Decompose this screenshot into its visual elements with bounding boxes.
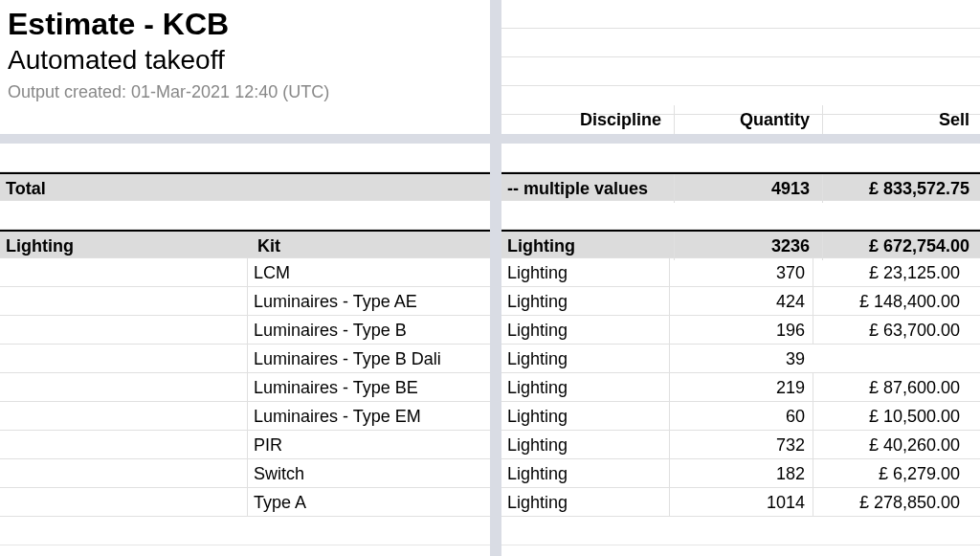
blank-row[interactable] [0, 545, 490, 556]
cell-discipline: Lighting [501, 316, 669, 345]
table-row[interactable]: Lighting1014£ 278,850.00 [501, 488, 980, 517]
cell-sell: £ 23,125.00 [813, 258, 968, 287]
blank-row[interactable] [501, 29, 980, 57]
cell-sell: £ 63,700.00 [813, 316, 968, 345]
cell-discipline: Lighting [501, 258, 669, 287]
cell-kit: LCM [247, 258, 484, 287]
table-row[interactable]: Lighting39 [501, 345, 980, 373]
cell-kit: Luminaires - Type BE [247, 373, 484, 402]
section-quantity: 3236 [674, 232, 817, 260]
cell-discipline: Lighting [501, 373, 669, 402]
cell-discipline: Lighting [501, 431, 669, 459]
section-col-b: Kit [252, 232, 489, 260]
blank-row[interactable] [501, 545, 980, 556]
report-title: Estimate - KCB [8, 6, 490, 42]
section-discipline: Lighting [501, 232, 669, 260]
col-discipline: Discipline [501, 105, 669, 134]
cell-quantity: 732 [669, 431, 813, 459]
total-label: Total [0, 174, 247, 203]
table-row[interactable]: Lighting196£ 63,700.00 [501, 316, 980, 345]
table-row[interactable]: Lighting219£ 87,600.00 [501, 373, 980, 402]
cell-quantity: 39 [669, 345, 813, 373]
report-header: Estimate - KCB Automated takeoff Output … [8, 0, 490, 102]
cell-sell: £ 148,400.00 [813, 287, 968, 316]
total-discipline: -- multiple values [501, 174, 669, 203]
blank-row[interactable] [0, 517, 490, 545]
cell-kit: PIR [247, 431, 484, 459]
report-meta: Output created: 01-Mar-2021 12:40 (UTC) [8, 82, 490, 102]
pane-divider-vertical [490, 0, 501, 556]
cell-discipline: Lighting [501, 345, 669, 373]
blank-row[interactable] [501, 57, 980, 86]
table-row[interactable]: Luminaires - Type AE [0, 287, 490, 316]
section-col-a: Lighting [0, 232, 247, 260]
report-subtitle: Automated takeoff [8, 44, 490, 77]
section-header-left[interactable]: Lighting Kit [0, 230, 490, 258]
spreadsheet: Estimate - KCB Automated takeoff Output … [0, 0, 980, 556]
cell-kit: Luminaires - Type B [247, 316, 484, 345]
table-row[interactable]: Type A [0, 488, 490, 517]
cell-quantity: 182 [669, 459, 813, 488]
cell-discipline: Lighting [501, 488, 669, 517]
cell-kit: Luminaires - Type AE [247, 287, 484, 316]
cell-discipline: Lighting [501, 402, 669, 431]
blank-row[interactable] [0, 201, 490, 230]
cell-quantity: 219 [669, 373, 813, 402]
cell-discipline: Lighting [501, 287, 669, 316]
table-row[interactable]: Luminaires - Type EM [0, 402, 490, 431]
blank-row[interactable] [501, 0, 980, 29]
total-sell: £ 833,572.75 [822, 174, 977, 203]
table-row[interactable]: Luminaires - Type B Dali [0, 345, 490, 373]
blank-row[interactable] [501, 201, 980, 230]
table-row[interactable]: Luminaires - Type BE [0, 373, 490, 402]
col-sell: Sell [822, 105, 977, 134]
cell-kit: Luminaires - Type EM [247, 402, 484, 431]
cell-sell: £ 40,260.00 [813, 431, 968, 459]
cell-quantity: 60 [669, 402, 813, 431]
left-pane: Estimate - KCB Automated takeoff Output … [0, 0, 490, 556]
cell-sell: £ 278,850.00 [813, 488, 968, 517]
right-pane: Discipline Quantity Sell -- multiple val… [501, 0, 980, 556]
table-row[interactable]: Lighting732£ 40,260.00 [501, 431, 980, 459]
total-row-left[interactable]: Total [0, 172, 490, 201]
cell-discipline: Lighting [501, 459, 669, 488]
cell-sell: £ 87,600.00 [813, 373, 968, 402]
cell-sell: £ 10,500.00 [813, 402, 968, 431]
cell-quantity: 424 [669, 287, 813, 316]
col-quantity: Quantity [674, 105, 817, 134]
total-row-right[interactable]: -- multiple values 4913 £ 833,572.75 [501, 172, 980, 201]
cell-kit: Switch [247, 459, 484, 488]
table-row[interactable]: Lighting424£ 148,400.00 [501, 287, 980, 316]
cell-quantity: 1014 [669, 488, 813, 517]
blank-row[interactable] [501, 517, 980, 545]
cell-sell: £ 6,279.00 [813, 459, 968, 488]
table-row[interactable]: Lighting182£ 6,279.00 [501, 459, 980, 488]
cell-kit: Luminaires - Type B Dali [247, 345, 484, 373]
cell-quantity: 196 [669, 316, 813, 345]
total-quantity: 4913 [674, 174, 817, 203]
cell-quantity: 370 [669, 258, 813, 287]
table-row[interactable]: Switch [0, 459, 490, 488]
column-header-row[interactable]: Discipline Quantity Sell [501, 105, 980, 134]
table-row[interactable]: LCM [0, 258, 490, 287]
table-row[interactable]: Luminaires - Type B [0, 316, 490, 345]
blank-row[interactable] [501, 144, 980, 172]
table-row[interactable]: Lighting60£ 10,500.00 [501, 402, 980, 431]
section-header-right[interactable]: Lighting 3236 £ 672,754.00 [501, 230, 980, 258]
blank-row[interactable] [0, 144, 490, 172]
table-row[interactable]: Lighting370£ 23,125.00 [501, 258, 980, 287]
cell-kit: Type A [247, 488, 484, 517]
section-sell: £ 672,754.00 [822, 232, 977, 260]
table-row[interactable]: PIR [0, 431, 490, 459]
